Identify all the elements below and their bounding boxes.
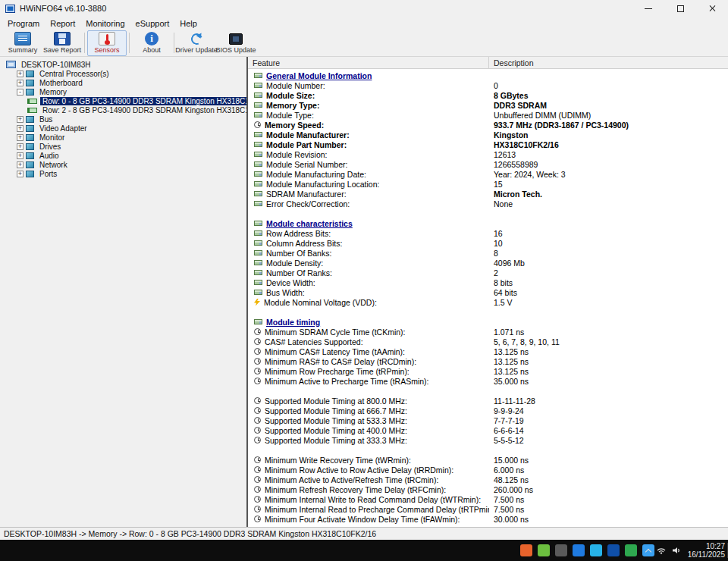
expand-icon[interactable]: + <box>17 80 24 86</box>
driver-update-button[interactable]: Driver Update <box>177 30 216 56</box>
feature-row-minimum-internal-read-to-precharge-comma[interactable]: Minimum Internal Read to Precharge Comma… <box>248 504 728 514</box>
tree-item-label: Memory <box>37 88 69 96</box>
taskbar-app-icon-7[interactable] <box>625 544 637 556</box>
feature-row-module-type[interactable]: Module Type:Unbuffered DIMM (UDIMM) <box>248 110 728 120</box>
tree-item-row-2-8-gb-pc3-14900-ddr3-sdram-kingston[interactable]: Row: 2 - 8 GB PC3-14900 DDR3 SDRAM Kings… <box>0 105 246 114</box>
taskbar-app-icon-1[interactable] <box>520 544 532 556</box>
feature-row-module-serial-number[interactable]: Module Serial Number:1266558989 <box>248 159 728 169</box>
feature-row-column-address-bits[interactable]: Column Address Bits:10 <box>248 238 728 248</box>
feature-row-module-size[interactable]: Module Size:8 GBytes <box>248 90 728 100</box>
close-button[interactable] <box>696 0 728 17</box>
feature-row-module-density[interactable]: Module Density:4096 Mb <box>248 258 728 268</box>
menu-esupport[interactable]: eSupport <box>130 18 175 29</box>
tree-item-bus[interactable]: +Bus <box>0 114 246 124</box>
feature-row-module-nominal-voltage-vdd[interactable]: Module Nominal Voltage (VDD):1.5 V <box>248 297 728 307</box>
taskbar-app-icon-4[interactable] <box>573 544 585 556</box>
feature-row-module-number[interactable]: Module Number:0 <box>248 80 728 90</box>
menu-program[interactable]: Program <box>2 18 45 29</box>
maximize-button[interactable] <box>664 0 696 17</box>
expand-icon[interactable]: + <box>17 134 24 141</box>
feature-row-bus-width[interactable]: Bus Width:64 bits <box>248 287 728 297</box>
section-row-module-timing[interactable]: Module timing <box>248 317 728 327</box>
sensors-button[interactable]: Sensors <box>87 30 127 56</box>
tree-item-motherboard[interactable]: +Motherboard <box>0 78 246 87</box>
feature-row-module-manufacturer[interactable]: Module Manufacturer:Kingston <box>248 130 728 139</box>
about-button[interactable]: About <box>132 30 171 56</box>
feature-row-number-of-ranks[interactable]: Number Of Ranks:2 <box>248 268 728 277</box>
section-row-module-characteristics[interactable]: Module characteristics <box>248 218 728 228</box>
feature-row-supported-module-timing-at-400-0-mhz[interactable]: Supported Module Timing at 400.0 MHz:6-6… <box>248 425 728 435</box>
tree-item-label: Monitor <box>37 133 67 142</box>
feature-row-supported-module-timing-at-666-7-mhz[interactable]: Supported Module Timing at 666.7 MHz:9-9… <box>248 406 728 415</box>
collapse-icon[interactable]: - <box>17 89 24 96</box>
feature-row-sdram-manufacturer[interactable]: SDRAM Manufacturer:Micron Tech. <box>248 189 728 199</box>
feature-row-minimum-row-active-to-row-active-delay-t[interactable]: Minimum Row Active to Row Active Delay (… <box>248 465 728 475</box>
feature-row-supported-module-timing-at-333-3-mhz[interactable]: Supported Module Timing at 333.3 MHz:5-5… <box>248 435 728 445</box>
feature-row-memory-speed[interactable]: Memory Speed:933.7 MHz (DDR3-1867 / PC3-… <box>248 120 728 130</box>
feature-row-minimum-refresh-recovery-time-delay-trfc[interactable]: Minimum Refresh Recovery Time Delay (tRF… <box>248 484 728 494</box>
feature-row-minimum-four-activate-window-delay-time-[interactable]: Minimum Four Activate Window Delay Time … <box>248 514 728 524</box>
feature-row-module-revision[interactable]: Module Revision:12613 <box>248 149 728 159</box>
feature-row-supported-module-timing-at-533-3-mhz[interactable]: Supported Module Timing at 533.3 MHz:7-7… <box>248 415 728 425</box>
taskbar-app-icon-3[interactable] <box>555 544 567 556</box>
expand-icon[interactable]: + <box>17 171 24 177</box>
expand-icon[interactable]: + <box>17 143 24 150</box>
save-report-button[interactable]: Save Report <box>42 30 82 56</box>
tree-item-monitor[interactable]: +Monitor <box>0 133 246 142</box>
taskbar-app-icon-6[interactable] <box>607 544 620 556</box>
expand-icon[interactable]: + <box>17 116 24 123</box>
taskbar-app-icon-2[interactable] <box>538 544 550 556</box>
feature-row-minimum-row-precharge-time-trpmin[interactable]: Minimum Row Precharge Time (tRPmin):13.1… <box>248 366 728 376</box>
tree-item-memory[interactable]: -Memory <box>0 87 246 96</box>
feature-row-device-width[interactable]: Device Width:8 bits <box>248 277 728 287</box>
feature-row-minimum-sdram-cycle-time-tckmin[interactable]: Minimum SDRAM Cycle Time (tCKmin):1.071 … <box>248 327 728 337</box>
feature-value: 35.000 ns <box>489 377 728 386</box>
summary-button[interactable]: Summary <box>3 30 42 56</box>
tree-item-network[interactable]: +Network <box>0 160 246 169</box>
section-row-general-module-information[interactable]: General Module Information <box>248 71 728 80</box>
tree-item-central-processor-s[interactable]: +Central Processor(s) <box>0 69 246 78</box>
taskbar-clock[interactable]: 10:27 16/11/2025 <box>688 542 725 559</box>
feature-row-module-manufacturing-date[interactable]: Module Manufacturing Date:Year: 2024, We… <box>248 169 728 179</box>
network-icon[interactable] <box>657 547 666 554</box>
feature-row-cas-latencies-supported[interactable]: CAS# Latencies Supported:5, 6, 7, 8, 9, … <box>248 337 728 346</box>
tree-item-video-adapter[interactable]: +Video Adapter <box>0 124 246 133</box>
tray-overflow-icon[interactable] <box>645 548 651 554</box>
expand-icon[interactable]: + <box>17 161 24 168</box>
feature-row-module-part-number[interactable]: Module Part Number:HX318C10FK2/16 <box>248 139 728 149</box>
feature-row-memory-type[interactable]: Memory Type:DDR3 SDRAM <box>248 100 728 110</box>
feature-row-minimum-cas-latency-time-taamin[interactable]: Minimum CAS# Latency Time (tAAmin):13.12… <box>248 346 728 356</box>
feature-row-minimum-active-to-precharge-time-trasmin[interactable]: Minimum Active to Precharge Time (tRASmi… <box>248 376 728 386</box>
bios-update-button[interactable]: BIOS Update <box>216 30 256 56</box>
expand-icon[interactable]: + <box>17 152 24 159</box>
feature-row-number-of-banks[interactable]: Number Of Banks:8 <box>248 248 728 258</box>
feature-row-module-manufacturing-location[interactable]: Module Manufacturing Location:15 <box>248 179 728 189</box>
feature-row-row-address-bits[interactable]: Row Address Bits:16 <box>248 228 728 238</box>
feature-row-supported-module-timing-at-800-0-mhz[interactable]: Supported Module Timing at 800.0 MHz:11-… <box>248 396 728 406</box>
minimize-button[interactable] <box>632 0 664 17</box>
spacer-row <box>248 307 728 317</box>
menu-help[interactable]: Help <box>174 18 202 29</box>
feature-column-header[interactable]: Feature <box>248 57 489 68</box>
tree-item-drives[interactable]: +Drives <box>0 142 246 151</box>
feature-row-minimum-ras-to-cas-delay-trcdmin[interactable]: Minimum RAS# to CAS# Delay (tRCDmin):13.… <box>248 356 728 366</box>
volume-icon[interactable] <box>672 547 682 554</box>
feature-row-minimum-internal-write-to-read-command-d[interactable]: Minimum Internal Write to Read Command D… <box>248 494 728 504</box>
expand-icon[interactable]: + <box>17 125 24 132</box>
feature-row-minimum-write-recovery-time-twrmin[interactable]: Minimum Write Recovery Time (tWRmin):15.… <box>248 455 728 465</box>
main-area: DESKTOP-10IM83H+Central Processor(s)+Mot… <box>0 57 728 527</box>
menu-report[interactable]: Report <box>45 18 80 29</box>
tree-item-ports[interactable]: +Ports <box>0 169 246 178</box>
menu-monitoring[interactable]: Monitoring <box>80 18 130 29</box>
driver-update-icon <box>189 31 204 46</box>
toolbar-button-label: BIOS Update <box>215 46 256 54</box>
feature-row-minimum-active-to-active-refresh-time-tr[interactable]: Minimum Active to Active/Refresh Time (t… <box>248 475 728 484</box>
description-column-header[interactable]: Description <box>489 57 728 68</box>
feature-row-error-check-correction[interactable]: Error Check/Correction:None <box>248 199 728 208</box>
toolbar-button-label: Summary <box>8 46 38 54</box>
tree-item-row-0-8-gb-pc3-14900-ddr3-sdram-kingston[interactable]: Row: 0 - 8 GB PC3-14900 DDR3 SDRAM Kings… <box>0 96 246 105</box>
tree-item-audio[interactable]: +Audio <box>0 151 246 160</box>
tree-item-desktop-10im83h[interactable]: DESKTOP-10IM83H <box>0 60 246 69</box>
taskbar-app-icon-5[interactable] <box>590 544 602 556</box>
expand-icon[interactable]: + <box>17 71 24 77</box>
